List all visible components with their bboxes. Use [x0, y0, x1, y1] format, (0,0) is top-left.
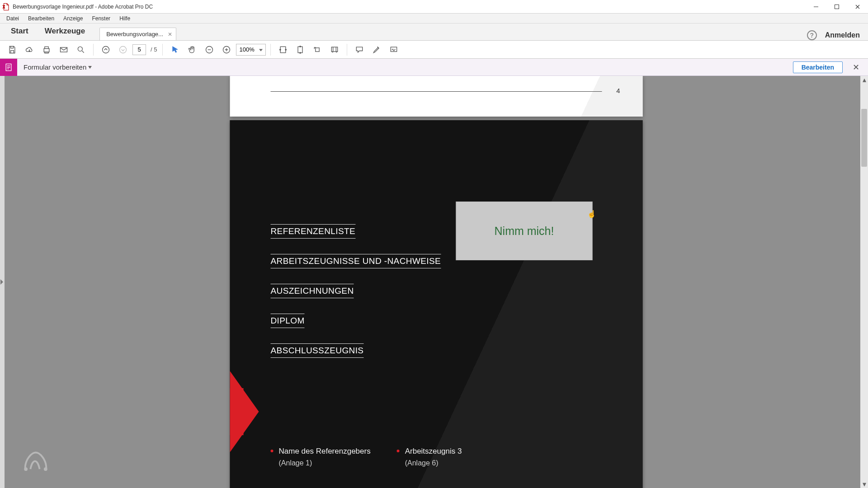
attachment-columns: Name des Referenzgebers (Anlage 1) Arbei…	[271, 446, 462, 469]
section-heading: ARBEITSZEUGNISSE UND -NACHWEISE	[271, 254, 441, 268]
vertical-scrollbar[interactable]: ▴ ▾	[860, 76, 868, 488]
tooltip-text: Nimm mich!	[495, 225, 554, 238]
svg-point-13	[24, 467, 28, 471]
watermark-icon	[18, 446, 53, 478]
edit-button[interactable]: Bearbeiten	[793, 61, 843, 73]
form-field-tooltip[interactable]: Nimm mich!	[456, 202, 593, 260]
window-title: Bewerbungsvorlage Ingenieur.pdf - Adobe …	[13, 4, 153, 10]
section-heading: REFERENZENLISTE	[271, 224, 356, 239]
page-number-input[interactable]	[132, 44, 146, 55]
document-tab-close-icon[interactable]: ✕	[168, 32, 172, 37]
form-tool-name-dropdown[interactable]: Formular vorbereiten	[17, 63, 94, 71]
page-up-icon[interactable]	[98, 42, 113, 57]
list-item-title: Arbeitszeugnis 3	[405, 447, 462, 455]
app-icon	[2, 3, 10, 11]
window-minimize-button[interactable]	[806, 0, 826, 14]
svg-rect-8	[298, 47, 302, 52]
help-icon[interactable]: ?	[807, 30, 817, 40]
chevron-right-icon	[0, 279, 3, 285]
mail-icon[interactable]	[56, 42, 71, 57]
svg-point-14	[44, 467, 47, 471]
save-icon[interactable]	[5, 42, 20, 57]
svg-point-4	[120, 46, 127, 53]
toolbar-separator	[347, 44, 347, 56]
page-down-icon	[115, 42, 131, 57]
menu-anzeige[interactable]: Anzeige	[59, 14, 87, 23]
chevron-down-icon	[88, 66, 92, 69]
toolbar-separator	[270, 44, 271, 56]
menu-fenster[interactable]: Fenster	[87, 14, 115, 23]
svg-point-2	[78, 47, 82, 51]
print-icon[interactable]	[39, 42, 54, 57]
form-tool-bar: Formular vorbereiten Bearbeiten ✕	[0, 59, 868, 76]
zoom-level-value: 100%	[239, 46, 254, 53]
section-heading: AUSZEICHNUNGEN	[271, 284, 354, 298]
read-mode-icon[interactable]	[327, 42, 342, 57]
menu-datei[interactable]: Datei	[2, 14, 24, 23]
svg-point-3	[103, 46, 109, 53]
zoom-level-select[interactable]: 100%	[236, 44, 266, 56]
menu-hilfe[interactable]: Hilfe	[115, 14, 135, 23]
scroll-down-icon[interactable]: ▾	[860, 480, 868, 488]
document-tab[interactable]: Bewerbungsvorlage... ✕	[99, 28, 176, 40]
window-close-button[interactable]	[847, 0, 868, 14]
list-item-sub: (Anlage 6)	[405, 459, 439, 467]
close-tool-icon[interactable]: ✕	[850, 62, 862, 72]
tab-start[interactable]: Start	[3, 23, 37, 40]
menu-bearbeiten[interactable]: Bearbeiten	[24, 14, 59, 23]
nav-pane-expand-handle[interactable]	[0, 76, 5, 488]
list-item: Arbeitszeugnis 3 (Anlage 6)	[397, 446, 462, 469]
page-total-label: / 5	[148, 46, 158, 53]
selection-tool-icon[interactable]	[167, 42, 183, 57]
comment-icon[interactable]	[352, 42, 367, 57]
zoom-in-icon[interactable]	[219, 42, 234, 57]
fit-page-icon[interactable]	[292, 42, 308, 57]
main-toolbar: / 5 100%	[0, 41, 868, 59]
svg-rect-0	[835, 5, 839, 9]
svg-rect-1	[61, 47, 67, 52]
fit-width-icon[interactable]	[275, 42, 291, 57]
svg-rect-10	[332, 47, 338, 52]
section-heading: ABSCHLUSSZEUGNIS	[271, 343, 364, 358]
document-tab-label: Bewerbungsvorlage...	[106, 31, 163, 38]
pointer-cursor-icon: ☝	[587, 210, 596, 218]
cloud-icon[interactable]	[22, 42, 37, 57]
toolbar-separator	[162, 44, 163, 56]
search-icon[interactable]	[73, 42, 89, 57]
tab-tools[interactable]: Werkzeuge	[37, 23, 93, 40]
tabstrip: Start Werkzeuge Bewerbungsvorlage... ✕ ?…	[0, 23, 868, 41]
section-heading: DIPLOM	[271, 314, 305, 328]
signature-icon[interactable]	[386, 42, 401, 57]
form-tool-name-label: Formular vorbereiten	[24, 63, 86, 71]
list-item-sub: (Anlage 1)	[279, 459, 312, 467]
document-viewport[interactable]: 4 REFERENZENLISTE ARBEITSZEUGNISSE UND -…	[5, 76, 868, 488]
zoom-out-icon[interactable]	[202, 42, 217, 57]
menubar: Datei Bearbeiten Anzeige Fenster Hilfe	[0, 14, 868, 23]
pdf-page-current: REFERENZENLISTE ARBEITSZEUGNISSE UND -NA…	[230, 120, 643, 488]
list-item: Name des Referenzgebers (Anlage 1)	[271, 446, 371, 469]
window-titlebar: Bewerbungsvorlage Ingenieur.pdf - Adobe …	[0, 0, 868, 14]
svg-rect-7	[281, 47, 286, 52]
page-number-label: 4	[616, 87, 620, 94]
scroll-up-icon[interactable]: ▴	[860, 76, 868, 84]
toolbar-separator	[93, 44, 94, 56]
form-tool-badge-icon[interactable]	[0, 59, 17, 76]
hand-tool-icon[interactable]	[184, 42, 200, 57]
signin-link[interactable]: Anmelden	[825, 31, 860, 39]
pdf-page-previous: 4	[230, 76, 643, 117]
decorative-arrow-icon	[230, 371, 259, 452]
scrollbar-thumb[interactable]	[861, 109, 867, 167]
rotate-icon[interactable]	[310, 42, 325, 57]
window-maximize-button[interactable]	[826, 0, 847, 14]
list-item-title: Name des Referenzgebers	[279, 447, 371, 455]
svg-rect-9	[316, 47, 319, 51]
highlight-icon[interactable]	[369, 42, 384, 57]
